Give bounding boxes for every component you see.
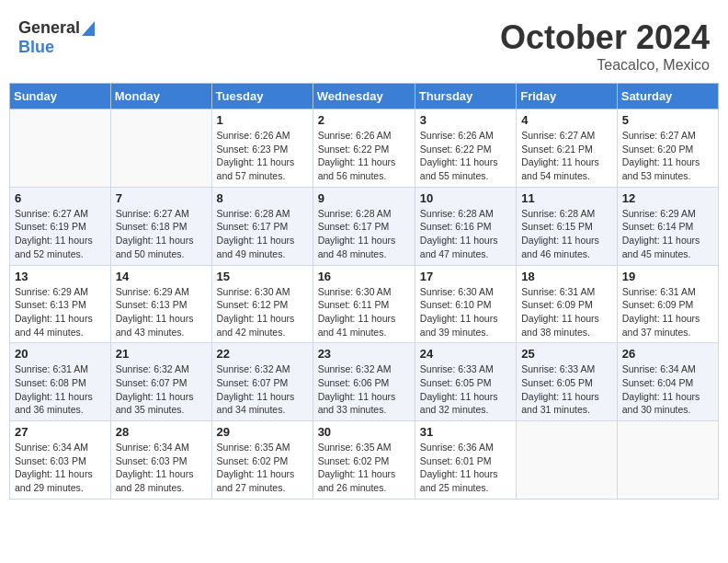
day-info: Sunrise: 6:34 AM Sunset: 6:04 PM Dayligh… [622,362,713,417]
calendar-cell: 30Sunrise: 6:35 AM Sunset: 6:02 PM Dayli… [313,421,415,500]
day-number: 30 [318,425,410,439]
day-info: Sunrise: 6:32 AM Sunset: 6:07 PM Dayligh… [116,362,207,417]
day-info: Sunrise: 6:35 AM Sunset: 6:02 PM Dayligh… [217,441,308,495]
day-of-week-header: Monday [110,84,211,109]
calendar-cell: 7Sunrise: 6:27 AM Sunset: 6:18 PM Daylig… [110,187,211,265]
day-info: Sunrise: 6:31 AM Sunset: 6:09 PM Dayligh… [521,285,612,339]
day-number: 15 [217,270,308,283]
calendar-cell: 18Sunrise: 6:31 AM Sunset: 6:09 PM Dayli… [517,265,618,343]
day-number: 25 [521,347,612,361]
calendar-cell: 6Sunrise: 6:27 AM Sunset: 6:19 PM Daylig… [10,187,111,265]
day-info: Sunrise: 6:28 AM Sunset: 6:17 PM Dayligh… [318,207,410,261]
calendar-cell: 9Sunrise: 6:28 AM Sunset: 6:17 PM Daylig… [313,187,415,265]
day-info: Sunrise: 6:27 AM Sunset: 6:18 PM Dayligh… [116,207,207,261]
day-number: 13 [15,270,106,283]
calendar-cell: 20Sunrise: 6:31 AM Sunset: 6:08 PM Dayli… [10,343,111,421]
day-info: Sunrise: 6:27 AM Sunset: 6:21 PM Dayligh… [521,129,612,183]
calendar-cell [517,421,618,500]
day-info: Sunrise: 6:27 AM Sunset: 6:19 PM Dayligh… [15,207,106,261]
calendar-cell: 17Sunrise: 6:30 AM Sunset: 6:10 PM Dayli… [415,265,516,343]
calendar-table: SundayMondayTuesdayWednesdayThursdayFrid… [9,83,719,500]
day-number: 16 [318,270,410,283]
location-subtitle: Teacalco, Mexico [500,57,710,74]
calendar-cell: 26Sunrise: 6:34 AM Sunset: 6:04 PM Dayli… [617,343,718,421]
calendar-cell: 10Sunrise: 6:28 AM Sunset: 6:16 PM Dayli… [415,187,516,265]
day-info: Sunrise: 6:26 AM Sunset: 6:22 PM Dayligh… [318,129,410,183]
day-of-week-header: Saturday [617,84,718,109]
day-info: Sunrise: 6:35 AM Sunset: 6:02 PM Dayligh… [318,441,410,495]
svg-marker-0 [82,21,95,36]
day-info: Sunrise: 6:32 AM Sunset: 6:06 PM Dayligh… [318,362,410,417]
day-number: 27 [15,425,106,439]
day-number: 24 [420,347,511,361]
day-info: Sunrise: 6:33 AM Sunset: 6:05 PM Dayligh… [521,362,612,417]
day-of-week-header: Sunday [10,84,111,109]
day-number: 10 [420,191,511,205]
days-of-week-row: SundayMondayTuesdayWednesdayThursdayFrid… [10,84,719,109]
logo: General Blue [18,18,95,57]
calendar-cell: 12Sunrise: 6:29 AM Sunset: 6:14 PM Dayli… [617,187,718,265]
day-info: Sunrise: 6:34 AM Sunset: 6:03 PM Dayligh… [116,441,207,495]
calendar-cell: 29Sunrise: 6:35 AM Sunset: 6:02 PM Dayli… [211,421,313,500]
day-number: 23 [318,347,410,361]
day-number: 8 [217,191,308,205]
day-info: Sunrise: 6:29 AM Sunset: 6:14 PM Dayligh… [622,207,713,261]
day-info: Sunrise: 6:28 AM Sunset: 6:16 PM Dayligh… [420,207,511,261]
day-info: Sunrise: 6:29 AM Sunset: 6:13 PM Dayligh… [15,285,106,339]
day-info: Sunrise: 6:28 AM Sunset: 6:17 PM Dayligh… [217,207,308,261]
calendar-cell: 3Sunrise: 6:26 AM Sunset: 6:22 PM Daylig… [415,109,516,188]
calendar-cell: 21Sunrise: 6:32 AM Sunset: 6:07 PM Dayli… [110,343,211,421]
calendar-cell: 31Sunrise: 6:36 AM Sunset: 6:01 PM Dayli… [415,421,516,500]
day-info: Sunrise: 6:31 AM Sunset: 6:09 PM Dayligh… [622,285,713,339]
calendar-cell: 23Sunrise: 6:32 AM Sunset: 6:06 PM Dayli… [313,343,415,421]
day-info: Sunrise: 6:26 AM Sunset: 6:23 PM Dayligh… [217,129,308,183]
month-title: October 2024 [500,18,710,57]
day-number: 14 [116,270,207,283]
calendar-cell: 5Sunrise: 6:27 AM Sunset: 6:20 PM Daylig… [617,109,718,188]
day-of-week-header: Thursday [415,84,516,109]
logo-triangle-icon [82,21,95,36]
day-info: Sunrise: 6:36 AM Sunset: 6:01 PM Dayligh… [420,441,511,495]
day-info: Sunrise: 6:28 AM Sunset: 6:15 PM Dayligh… [521,207,612,261]
calendar-cell: 2Sunrise: 6:26 AM Sunset: 6:22 PM Daylig… [313,109,415,188]
day-number: 3 [420,113,511,127]
calendar-cell [10,109,111,188]
calendar-cell [110,109,211,188]
day-number: 28 [116,425,207,439]
day-of-week-header: Wednesday [313,84,415,109]
calendar-cell: 13Sunrise: 6:29 AM Sunset: 6:13 PM Dayli… [10,265,111,343]
day-info: Sunrise: 6:34 AM Sunset: 6:03 PM Dayligh… [15,441,106,495]
page-header: General Blue October 2024 Teacalco, Mexi… [9,9,719,78]
day-number: 26 [622,347,713,361]
day-info: Sunrise: 6:30 AM Sunset: 6:10 PM Dayligh… [420,285,511,339]
day-of-week-header: Friday [517,84,618,109]
day-info: Sunrise: 6:30 AM Sunset: 6:11 PM Dayligh… [318,285,410,339]
calendar-cell: 25Sunrise: 6:33 AM Sunset: 6:05 PM Dayli… [517,343,618,421]
calendar-cell: 14Sunrise: 6:29 AM Sunset: 6:13 PM Dayli… [110,265,211,343]
day-number: 19 [622,270,713,283]
day-number: 2 [318,113,410,127]
day-number: 11 [521,191,612,205]
day-number: 22 [217,347,308,361]
calendar-cell: 8Sunrise: 6:28 AM Sunset: 6:17 PM Daylig… [211,187,313,265]
day-of-week-header: Tuesday [211,84,313,109]
calendar-week-row: 1Sunrise: 6:26 AM Sunset: 6:23 PM Daylig… [10,109,719,188]
day-number: 18 [521,270,612,283]
calendar-week-row: 13Sunrise: 6:29 AM Sunset: 6:13 PM Dayli… [10,265,719,343]
day-info: Sunrise: 6:30 AM Sunset: 6:12 PM Dayligh… [217,285,308,339]
day-number: 9 [318,191,410,205]
calendar-cell: 19Sunrise: 6:31 AM Sunset: 6:09 PM Dayli… [617,265,718,343]
day-number: 21 [116,347,207,361]
calendar-cell: 4Sunrise: 6:27 AM Sunset: 6:21 PM Daylig… [517,109,618,188]
day-info: Sunrise: 6:32 AM Sunset: 6:07 PM Dayligh… [217,362,308,417]
day-info: Sunrise: 6:27 AM Sunset: 6:20 PM Dayligh… [622,129,713,183]
calendar-cell: 27Sunrise: 6:34 AM Sunset: 6:03 PM Dayli… [10,421,111,500]
calendar-cell: 24Sunrise: 6:33 AM Sunset: 6:05 PM Dayli… [415,343,516,421]
calendar-week-row: 6Sunrise: 6:27 AM Sunset: 6:19 PM Daylig… [10,187,719,265]
calendar-week-row: 27Sunrise: 6:34 AM Sunset: 6:03 PM Dayli… [10,421,719,500]
day-number: 29 [217,425,308,439]
day-info: Sunrise: 6:29 AM Sunset: 6:13 PM Dayligh… [116,285,207,339]
title-area: October 2024 Teacalco, Mexico [500,18,710,74]
logo-blue: Blue [18,38,54,56]
calendar-body: 1Sunrise: 6:26 AM Sunset: 6:23 PM Daylig… [10,109,719,500]
